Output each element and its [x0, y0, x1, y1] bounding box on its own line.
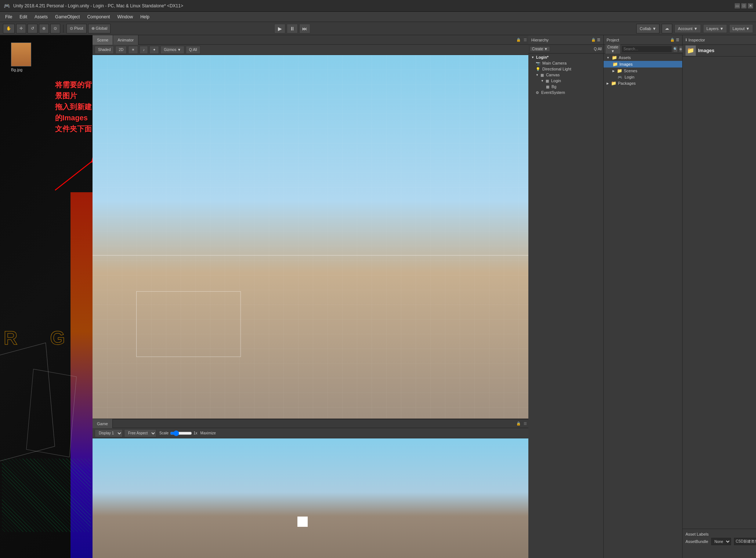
asset-bundle-label: AssetBundle	[686, 539, 708, 544]
menu-assets[interactable]: Assets	[31, 13, 51, 21]
shading-dropdown[interactable]: Shaded	[95, 46, 114, 54]
scene-menu[interactable]: ☰	[524, 38, 527, 42]
assets-arrow: ▼	[607, 56, 609, 59]
global-button[interactable]: ⊕ Global	[88, 24, 111, 33]
tool-scale[interactable]: ⊕	[39, 24, 49, 33]
packages-label: Packages	[618, 81, 636, 85]
minimize-button[interactable]: —	[735, 3, 740, 8]
project-panel: Project 🔒 ☰ Create ▼ 🔍 ⊕ ▼ 📁 Assets 📁 Im…	[604, 35, 683, 558]
close-button[interactable]: ✕	[748, 3, 753, 8]
hierarchy-login[interactable]: ▼ ▦ Login	[528, 78, 603, 84]
menu-window[interactable]: Window	[113, 13, 137, 21]
tool-hand[interactable]: ✋	[3, 24, 15, 33]
search-icon[interactable]: 🔍	[673, 46, 678, 52]
maximize-button[interactable]: □	[741, 3, 746, 8]
scale-label: Scale	[159, 431, 169, 435]
hierarchy-directional-light[interactable]: 💡 Directional Light	[528, 66, 603, 72]
project-title: Project	[607, 38, 619, 42]
game-canvas[interactable]	[93, 438, 528, 558]
search-scene-btn[interactable]: Q:All	[186, 46, 200, 54]
hierarchy-canvas[interactable]: ▼ ▦ Canvas	[528, 72, 603, 78]
hierarchy-title: Hierarchy	[531, 38, 549, 42]
cloud-button[interactable]: ☁	[662, 24, 672, 33]
asset-labels-row: Asset Labels	[686, 532, 756, 536]
scene-lock[interactable]: 🔒	[516, 38, 521, 42]
left-panel: R G Bg.jpg 将需要的背景图片 拖入到新建的Images 文件夹下面	[0, 35, 93, 558]
project-toolbar: Create ▼ 🔍 ⊕	[604, 45, 682, 54]
tab-scene[interactable]: Scene	[93, 35, 113, 45]
gizmos-btn[interactable]: Gizmos ▼	[160, 46, 184, 54]
step-button[interactable]: ⏭	[299, 24, 310, 33]
hierarchy-bg[interactable]: ▦ Bg	[528, 84, 603, 90]
display-select[interactable]: Display 1	[95, 429, 123, 437]
login-scene-icon: 🎮	[618, 75, 622, 79]
hierarchy-panel: Hierarchy 🔒 ☰ Create ▼ Q:All ▼ Login* 📷 …	[528, 35, 604, 558]
menu-gameobject[interactable]: GameObject	[51, 13, 83, 21]
asset-bundle-row: AssetBundle None	[686, 538, 756, 545]
collab-button[interactable]: Collab ▼	[636, 24, 659, 33]
hierarchy-lock[interactable]: 🔒	[591, 38, 596, 42]
asset-bundle-select[interactable]: None	[711, 538, 731, 545]
play-button[interactable]: ▶	[274, 24, 285, 33]
scene-canvas[interactable]	[93, 55, 528, 419]
tool-move[interactable]: ✛	[16, 24, 26, 33]
game-menu[interactable]: ☰	[524, 422, 527, 426]
inspector-title: Inspector	[688, 38, 705, 42]
login-scene-label: Login	[625, 75, 634, 79]
pause-button[interactable]: ⏸	[287, 24, 298, 33]
project-login-scene[interactable]: 🎮 Login	[604, 74, 682, 80]
hierarchy-header: Hierarchy 🔒 ☰	[528, 35, 603, 45]
annotation-line1: 将需要的背景图片	[55, 81, 92, 100]
toolbar-right: Collab ▼ ☁ Account ▼ Layers ▼ Layout ▼	[636, 24, 753, 33]
main-layout: R G Bg.jpg 将需要的背景图片 拖入到新建的Images 文件夹下面 S…	[0, 35, 756, 558]
aspect-select[interactable]: Free Aspect	[124, 429, 156, 437]
images-label: Images	[619, 62, 633, 66]
directional-light-label: Directional Light	[542, 67, 571, 71]
project-search[interactable]	[622, 46, 672, 52]
scale-slider[interactable]	[170, 430, 192, 436]
hierarchy-content: ▼ Login* 📷 Main Camera 💡 Directional Lig…	[528, 54, 603, 558]
account-dropdown[interactable]: Account ▼	[674, 24, 701, 33]
hierarchy-main-camera[interactable]: 📷 Main Camera	[528, 60, 603, 66]
lighting-btn[interactable]: ☀	[128, 46, 138, 54]
audio-btn[interactable]: ♪	[140, 46, 148, 54]
rog-background: R G Bg.jpg 将需要的背景图片 拖入到新建的Images 文件夹下面	[0, 35, 93, 558]
tab-animator[interactable]: Animator	[113, 35, 138, 45]
login-label: Login	[551, 79, 561, 83]
menu-component[interactable]: Component	[83, 13, 113, 21]
canvas-icon: ▦	[540, 73, 544, 77]
title-bar: 🎮 Unity 2018.4.2f1 Personal - Login.unit…	[0, 0, 756, 12]
project-create[interactable]: Create ▼	[605, 44, 621, 54]
tool-rotate[interactable]: ↺	[28, 24, 37, 33]
hierarchy-menu[interactable]: ☰	[597, 38, 600, 42]
annotation-line3: 文件夹下面	[55, 125, 92, 133]
bg-icon: ▦	[546, 85, 549, 89]
hierarchy-scene-root[interactable]: ▼ Login*	[528, 54, 603, 60]
inspector-path: 📁 Images Open	[683, 45, 756, 56]
project-lock[interactable]: 🔒	[670, 38, 674, 42]
pivot-button[interactable]: ⊙ Pivot	[66, 24, 87, 33]
project-menu[interactable]: ☰	[676, 38, 679, 42]
asset-bundle-variant[interactable]	[734, 538, 756, 545]
project-images[interactable]: 📁 Images	[604, 61, 682, 68]
project-packages[interactable]: ▶ 📁 Packages	[604, 80, 682, 87]
tool-rect[interactable]: ⊙	[50, 24, 60, 33]
expand-icon[interactable]: ⊕	[679, 46, 683, 52]
maximize-label: Maximize	[200, 431, 216, 435]
layout-dropdown[interactable]: Layout ▼	[729, 24, 753, 33]
game-lock[interactable]: 🔒	[516, 422, 521, 426]
tab-game[interactable]: Game	[93, 419, 113, 428]
project-assets-root[interactable]: ▼ 📁 Assets	[604, 54, 682, 61]
fx-btn[interactable]: ✦	[149, 46, 159, 54]
2d-button[interactable]: 2D	[115, 46, 127, 54]
scene-horizon	[93, 255, 528, 256]
menu-help[interactable]: Help	[137, 13, 153, 21]
menu-file[interactable]: File	[1, 13, 16, 21]
hierarchy-eventsystem[interactable]: ⚙ EventSystem	[528, 90, 603, 95]
hierarchy-create[interactable]: Create ▼	[530, 46, 550, 52]
menu-edit[interactable]: Edit	[16, 13, 31, 21]
project-scenes[interactable]: ▶ 📁 Scenes	[604, 68, 682, 74]
images-folder-icon: 📁	[612, 62, 618, 67]
inspector-icon: ℹ	[686, 38, 687, 42]
layers-dropdown[interactable]: Layers ▼	[703, 24, 727, 33]
